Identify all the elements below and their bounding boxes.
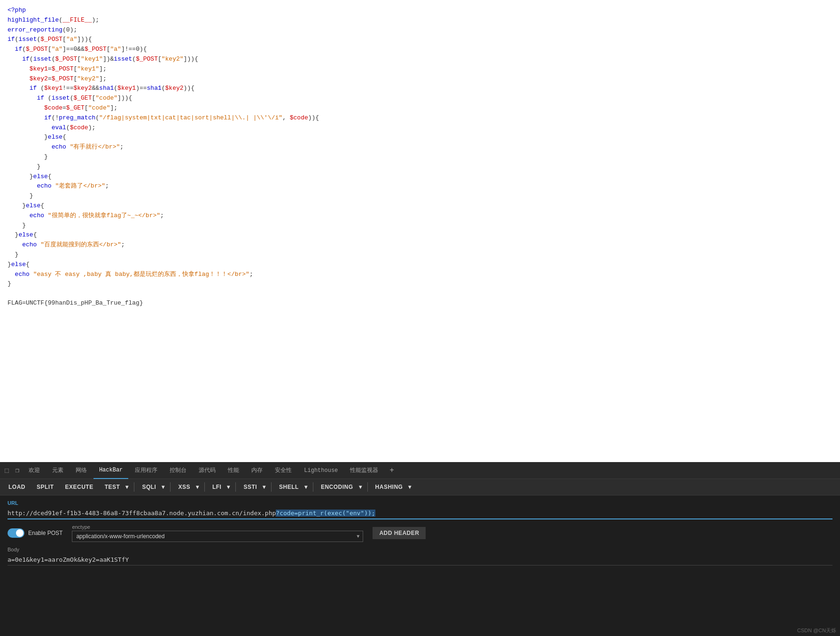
flag-line: FLAG=UNCTF{99hanDis_pHP_Ba_True_flag} [8, 298, 832, 308]
code-content: <?php highlight_file(__FILE__); error_re… [8, 6, 832, 289]
code-area: <?php highlight_file(__FILE__); error_re… [0, 0, 840, 314]
